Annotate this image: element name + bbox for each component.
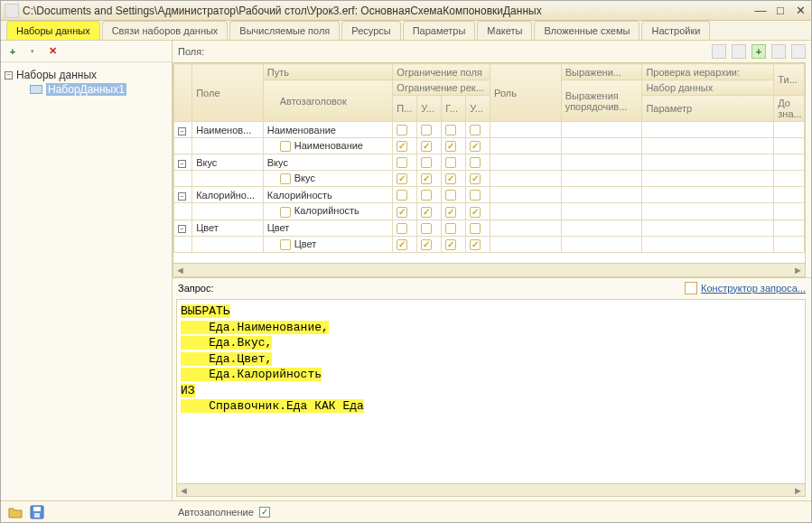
cell-chk[interactable] bbox=[393, 171, 417, 187]
tab-layouts[interactable]: Макеты bbox=[477, 21, 532, 40]
col-restrict-req[interactable]: Ограничение рек... bbox=[393, 80, 490, 96]
col-dataset[interactable]: Набор данных bbox=[642, 80, 774, 96]
table-row[interactable]: −ЦветЦвет bbox=[174, 219, 805, 236]
cell-chk[interactable] bbox=[442, 236, 466, 252]
cell-chk[interactable] bbox=[442, 187, 466, 203]
cell-chk[interactable] bbox=[393, 187, 417, 203]
add-dropdown[interactable]: ▾ bbox=[26, 45, 39, 58]
table-row[interactable]: −Наименов...Наименование bbox=[174, 122, 805, 138]
tree-collapse-icon[interactable]: − bbox=[5, 71, 13, 79]
scroll-right-icon[interactable]: ► bbox=[793, 485, 803, 496]
tab-settings[interactable]: Настройки bbox=[641, 21, 710, 40]
table-subrow[interactable]: Наименование bbox=[174, 138, 805, 154]
table-row[interactable]: −Калорийно...Калорийность bbox=[174, 187, 805, 203]
col-u2[interactable]: У... bbox=[466, 96, 490, 122]
col-u1[interactable]: У... bbox=[417, 96, 442, 122]
fields-button-4[interactable] bbox=[791, 44, 806, 59]
col-field[interactable]: Поле bbox=[192, 64, 264, 122]
scroll-right-icon[interactable]: ► bbox=[793, 265, 803, 276]
cell-ti[interactable] bbox=[774, 187, 805, 203]
cell-chk[interactable] bbox=[417, 154, 442, 171]
cell-path[interactable]: Цвет bbox=[263, 219, 393, 236]
col-p[interactable]: П... bbox=[393, 96, 417, 122]
cell-chk[interactable] bbox=[417, 236, 442, 252]
tab-nested[interactable]: Вложенные схемы bbox=[534, 21, 639, 40]
cell-title[interactable]: Вкус bbox=[263, 171, 393, 187]
col-path[interactable]: Путь bbox=[263, 64, 393, 80]
cell-chk[interactable] bbox=[417, 219, 442, 236]
cell-chk[interactable] bbox=[442, 171, 466, 187]
add-dataset-button[interactable]: + bbox=[6, 45, 19, 58]
col-autotitle[interactable]: Автозаголовок bbox=[263, 80, 393, 122]
tab-resources[interactable]: Ресурсы bbox=[341, 21, 400, 40]
row-toggle-cell[interactable]: − bbox=[174, 187, 192, 203]
scroll-left-icon[interactable]: ◄ bbox=[179, 485, 189, 496]
cell-chk[interactable] bbox=[466, 219, 490, 236]
row-toggle-cell[interactable]: − bbox=[174, 154, 192, 171]
col-expr-sort[interactable]: Выражения упорядочив... bbox=[561, 80, 642, 122]
cell-chk[interactable] bbox=[466, 236, 490, 252]
cell-chk[interactable] bbox=[466, 203, 490, 219]
cell-chk[interactable] bbox=[417, 122, 442, 138]
cell-field[interactable]: Вкус bbox=[192, 154, 264, 171]
col-do[interactable]: До зна... bbox=[774, 96, 805, 122]
table-subrow[interactable]: Калорийность bbox=[174, 203, 805, 219]
cell-ti[interactable] bbox=[774, 219, 805, 236]
cell-chk[interactable] bbox=[466, 154, 490, 171]
cell-path[interactable]: Наименование bbox=[263, 122, 393, 138]
minimize-button[interactable]: — bbox=[753, 5, 768, 17]
col-param[interactable]: Параметр bbox=[642, 96, 774, 122]
cell-chk[interactable] bbox=[466, 171, 490, 187]
tree-root-item[interactable]: − Наборы данных bbox=[5, 68, 168, 82]
col-hier[interactable]: Проверка иерархии: bbox=[642, 64, 774, 80]
tab-calc-fields[interactable]: Вычисляемые поля bbox=[229, 21, 340, 40]
cell-hier[interactable] bbox=[642, 187, 774, 203]
col-expr[interactable]: Выражени... bbox=[561, 64, 642, 80]
autofill-checkbox[interactable]: ✓ bbox=[259, 507, 270, 518]
cell-chk[interactable] bbox=[466, 187, 490, 203]
fields-button-1[interactable] bbox=[712, 44, 726, 59]
table-row[interactable]: −ВкусВкус bbox=[174, 154, 805, 171]
save-icon[interactable] bbox=[30, 505, 44, 519]
cell-chk[interactable] bbox=[466, 138, 490, 154]
cell-chk[interactable] bbox=[442, 154, 466, 171]
col-restrict-field[interactable]: Ограничение поля bbox=[393, 64, 490, 80]
cell-role[interactable] bbox=[490, 219, 562, 236]
cell-path[interactable]: Вкус bbox=[263, 154, 393, 171]
cell-role[interactable] bbox=[490, 122, 562, 138]
cell-chk[interactable] bbox=[393, 122, 417, 138]
cell-chk[interactable] bbox=[393, 138, 417, 154]
grid-scrollbar[interactable]: ◄ ► bbox=[173, 263, 805, 276]
cell-expr[interactable] bbox=[561, 187, 642, 203]
cell-field[interactable]: Цвет bbox=[192, 219, 264, 236]
cell-path[interactable]: Калорийность bbox=[263, 187, 393, 203]
table-subrow[interactable]: Вкус bbox=[174, 171, 805, 187]
cell-chk[interactable] bbox=[442, 138, 466, 154]
cell-chk[interactable] bbox=[417, 138, 442, 154]
cell-expr[interactable] bbox=[561, 219, 642, 236]
cell-role[interactable] bbox=[490, 187, 562, 203]
cell-chk[interactable] bbox=[393, 154, 417, 171]
cell-ti[interactable] bbox=[774, 154, 805, 171]
cell-hier[interactable] bbox=[642, 154, 774, 171]
cell-chk[interactable] bbox=[442, 219, 466, 236]
query-constructor-link[interactable]: Конструктор запроса... bbox=[685, 282, 806, 294]
col-g[interactable]: Г... bbox=[442, 96, 466, 122]
scroll-left-icon[interactable]: ◄ bbox=[175, 265, 185, 276]
cell-chk[interactable] bbox=[393, 203, 417, 219]
cell-chk[interactable] bbox=[442, 203, 466, 219]
cell-title[interactable]: Цвет bbox=[263, 236, 393, 252]
query-scrollbar[interactable]: ◄ ► bbox=[177, 483, 805, 496]
cell-hier[interactable] bbox=[642, 122, 774, 138]
col-role[interactable]: Роль bbox=[490, 64, 562, 122]
fields-table[interactable]: Поле Путь Ограничение поля Роль Выражени… bbox=[173, 63, 805, 253]
cell-chk[interactable] bbox=[417, 171, 442, 187]
query-editor[interactable]: ВЫБРАТЬ Еда.Наименование, Еда.Вкус, Еда.… bbox=[176, 299, 806, 497]
cell-expr[interactable] bbox=[561, 122, 642, 138]
tab-params[interactable]: Параметры bbox=[403, 21, 476, 40]
col-ti[interactable]: Ти... bbox=[774, 64, 805, 96]
table-subrow[interactable]: Цвет bbox=[174, 236, 805, 252]
cell-chk[interactable] bbox=[417, 187, 442, 203]
tree-child-item[interactable]: НаборДанных1 bbox=[30, 82, 168, 97]
close-button[interactable]: ✕ bbox=[793, 5, 807, 17]
